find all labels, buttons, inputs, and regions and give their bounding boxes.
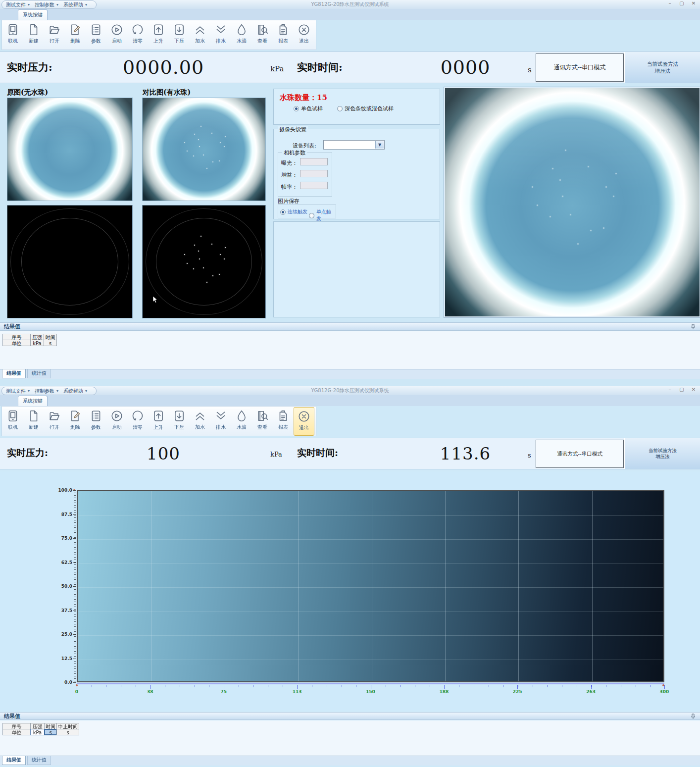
gain-field[interactable] — [300, 170, 328, 177]
tab-system-keys[interactable]: 系统按键 — [18, 396, 48, 406]
toolbar-parameters-list-button[interactable]: 参数 — [86, 407, 106, 436]
maximize-button[interactable]: ▢ — [678, 0, 685, 6]
result-unit-cell[interactable]: 单位 — [2, 340, 31, 346]
tab-result-values[interactable]: 结果值 — [2, 369, 26, 378]
water-droplet — [193, 268, 194, 269]
comm-mode-button[interactable]: 通讯方式--串口模式 — [536, 53, 624, 82]
original-image-label: 原图(无水珠) — [7, 88, 48, 97]
camera-params-group: 相机参数 曝光： 增益： 帧率： — [278, 152, 332, 197]
tab-statistics[interactable]: 统计值 — [27, 756, 51, 765]
bottom-tab-bar: 结果值 统计值 — [0, 369, 700, 379]
toolbar-play-circle-button[interactable]: 启动 — [106, 21, 127, 50]
gridline-horizontal — [78, 612, 663, 612]
test-method-button[interactable]: 当前试验方法 增压法 — [624, 438, 700, 469]
pin-icon[interactable] — [690, 324, 696, 330]
y-axis-major-tick — [73, 611, 76, 611]
result-unit-cell[interactable]: s — [44, 340, 57, 346]
water-droplet — [615, 173, 617, 174]
water-droplet — [211, 133, 212, 134]
toolbar-exit-circle-button[interactable]: 退出 — [294, 21, 314, 50]
toolbar-arrow-up-box-button[interactable]: 上升 — [148, 407, 169, 436]
monitor-icon — [6, 23, 19, 36]
device-list-combobox[interactable]: ▼ — [323, 140, 385, 150]
result-unit-cell[interactable]: kPa — [30, 729, 45, 735]
gridline-vertical — [151, 491, 151, 681]
water-droplet — [225, 136, 226, 137]
toolbar-exit-circle-button[interactable]: 退出 — [294, 407, 314, 436]
water-droplet — [199, 146, 200, 147]
tab-system-keys[interactable]: 系统按键 — [18, 9, 48, 20]
toolbar-new-file-button[interactable]: 新建 — [23, 21, 44, 50]
y-axis-major-tick — [73, 682, 76, 683]
toolbar-arrow-down-box-button[interactable]: 下压 — [169, 407, 190, 436]
water-droplet — [203, 267, 204, 268]
minimize-button[interactable]: – — [666, 387, 673, 392]
gridline-vertical — [298, 491, 299, 681]
result-unit-cell[interactable]: s — [44, 729, 57, 735]
toolbar-open-folder-button[interactable]: 打开 — [44, 407, 65, 436]
tab-statistics[interactable]: 统计值 — [27, 369, 51, 378]
y-axis-major-tick — [73, 514, 76, 515]
camera-settings-group: 摄像头设置 设备列表: ▼ 相机参数 曝光： 增益： 帧率： 图片保存 连续触发… — [273, 129, 440, 219]
water-droplet — [603, 227, 604, 229]
framerate-label: 帧率： — [281, 183, 298, 191]
toolbar-arrow-up-box-button[interactable]: 上升 — [148, 21, 169, 50]
toolbar-chevrons-down-button[interactable]: 排水 — [210, 407, 231, 436]
x-axis-major-tick — [77, 685, 77, 689]
radio-mono-sample[interactable]: 单色试样 — [294, 105, 323, 112]
comm-mode-button[interactable]: 通讯方式--串口模式 — [536, 440, 624, 468]
test-method-button[interactable]: 当前试验方法 增压法 — [624, 52, 700, 83]
radio-continuous-trigger[interactable]: 连续触发 — [280, 208, 307, 215]
toolbar-report-button[interactable]: 报表 — [273, 407, 294, 436]
toolbar-chevrons-up-button[interactable]: 加水 — [190, 21, 210, 50]
framerate-field[interactable] — [300, 182, 328, 189]
parameters-list-icon — [90, 409, 102, 422]
toolbar-delete-file-button[interactable]: 删除 — [65, 407, 86, 436]
tab-result-values[interactable]: 结果值 — [2, 756, 26, 765]
toolbar-droplet-button[interactable]: 水滴 — [231, 407, 252, 436]
time-unit: s — [528, 65, 532, 74]
droplet-count-box: 水珠数量：15 单色试样 深色条纹或混色试样 — [273, 89, 440, 125]
radio-single-trigger[interactable]: 单点触发 — [309, 208, 336, 222]
maximize-button[interactable]: ▢ — [678, 387, 685, 392]
water-droplet — [550, 216, 551, 217]
toolbar-chevrons-down-button[interactable]: 排水 — [210, 21, 231, 50]
y-axis-major-tick — [73, 586, 76, 587]
toolbar-droplet-button[interactable]: 水滴 — [231, 21, 252, 50]
close-button[interactable]: ✕ — [690, 387, 697, 392]
toolbar-delete-file-button[interactable]: 删除 — [65, 21, 86, 50]
result-unit-cell[interactable]: s — [56, 729, 79, 735]
toolbar-reset-arc-button[interactable]: 清零 — [127, 407, 148, 436]
main-window-top: 测试文件▾控制参数▾系统帮助▾ YG812G-20静水压测试仪测试系统 – ▢ … — [0, 0, 700, 386]
water-droplet — [590, 230, 592, 231]
result-unit-cell[interactable]: kPa — [30, 340, 44, 346]
toolbar-reset-arc-button[interactable]: 清零 — [127, 21, 148, 50]
toolbar-report-button[interactable]: 报表 — [273, 21, 294, 50]
toolbar-parameters-list-button[interactable]: 参数 — [86, 21, 106, 50]
exposure-field[interactable] — [300, 158, 328, 165]
detected-ring-outline — [156, 218, 251, 306]
y-axis-major-tick — [73, 490, 76, 491]
main-window-bottom: 测试文件▾控制参数▾系统帮助▾ YG812G-20静水压测试仪测试系统 – ▢ … — [0, 386, 700, 767]
x-axis-major-tick — [371, 685, 371, 689]
toolbar-view-magnifier-button[interactable]: 查看 — [252, 21, 273, 50]
close-button[interactable]: ✕ — [690, 0, 697, 6]
chevron-down-icon[interactable]: ▼ — [375, 141, 384, 149]
toolbar-new-file-button[interactable]: 新建 — [23, 407, 44, 436]
toolbar-open-folder-button[interactable]: 打开 — [44, 21, 65, 50]
toolbar-view-magnifier-button[interactable]: 查看 — [252, 407, 273, 436]
toolbar-arrow-down-box-button[interactable]: 下压 — [169, 21, 190, 50]
processed-image-original — [7, 205, 133, 318]
arrow-down-box-icon — [173, 409, 186, 422]
toolbar-monitor-button[interactable]: 联机 — [2, 21, 23, 50]
minimize-button[interactable]: – — [666, 0, 673, 6]
toolbar-monitor-button[interactable]: 联机 — [2, 407, 23, 436]
toolbar-chevrons-up-button[interactable]: 加水 — [190, 407, 210, 436]
result-unit-cell[interactable]: 单位 — [2, 729, 31, 735]
image-save-group: 连续触发 单点触发 — [278, 205, 336, 218]
radio-dark-sample[interactable]: 深色条纹或混色试样 — [337, 105, 394, 112]
pin-icon[interactable] — [690, 714, 696, 719]
exit-circle-icon — [298, 410, 310, 423]
toolbar-play-circle-button[interactable]: 启动 — [106, 407, 127, 436]
x-axis-major-tick — [150, 685, 150, 689]
